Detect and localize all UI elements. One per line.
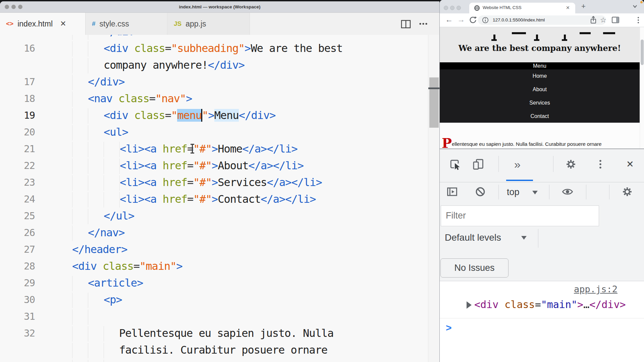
no-issues-button[interactable]: No Issues <box>440 258 508 278</box>
line-number: 31 <box>0 308 35 325</box>
code-token: Contact <box>218 193 261 205</box>
device-toolbar-icon[interactable] <box>472 158 485 171</box>
code-line: 30<p> <box>0 291 428 308</box>
code-text: </div> <box>88 73 125 90</box>
code-token: " <box>202 109 208 122</box>
code-editor[interactable]: 15</div>16<div class="subheading">We are… <box>0 35 428 362</box>
url-text[interactable]: 127.0.0.1:5500/index.html <box>493 17 545 22</box>
code-token: <p> <box>104 293 122 306</box>
inspect-element-icon[interactable] <box>448 158 461 171</box>
editor-scrollbar[interactable] <box>428 35 439 362</box>
page-scrollbar-thumb[interactable] <box>641 40 644 65</box>
console-message-row: app.js:2 <div class="main">…</div> <box>440 281 644 318</box>
forward-icon[interactable]: → <box>457 15 465 24</box>
reload-icon[interactable] <box>469 16 477 24</box>
context-caret-icon <box>532 191 538 194</box>
code-token: </a></li> <box>261 193 316 205</box>
code-token: menu <box>177 109 202 122</box>
bookmark-star-icon[interactable]: ☆ <box>600 16 606 24</box>
devtools-menu-icon[interactable] <box>594 158 607 171</box>
close-traffic-light[interactable] <box>444 6 448 10</box>
code-token: > <box>212 176 218 189</box>
browser-menu-icon[interactable] <box>634 16 642 24</box>
console-filter-input[interactable]: Filter <box>441 205 599 226</box>
code-line: 20<ul> <box>0 124 428 140</box>
code-line: facilisi. Curabitur posuere ornare <box>0 342 428 358</box>
more-actions-icon[interactable] <box>418 18 429 29</box>
line-number: 21 <box>0 140 35 157</box>
site-info-icon[interactable] <box>482 17 489 23</box>
console-sidebar-icon[interactable] <box>446 185 459 198</box>
code-text: <li><a href="#">About</a></li> <box>120 157 304 174</box>
context-selector[interactable]: top <box>507 187 520 197</box>
expand-triangle-icon[interactable] <box>467 301 472 309</box>
close-tab-icon[interactable]: ✕ <box>60 19 66 28</box>
page-nav-link-contact[interactable]: Contact <box>440 110 640 123</box>
code-token: About <box>218 159 248 172</box>
console-log-area[interactable]: app.js:2 <div class="main">…</div> > <box>440 281 644 362</box>
split-editor-icon[interactable] <box>400 19 412 29</box>
indent-guide <box>88 175 88 191</box>
devtools-close-icon[interactable]: ✕ <box>626 159 634 170</box>
console-token: class <box>504 299 535 310</box>
code-token: <div <box>104 109 134 122</box>
log-levels-dropdown[interactable]: Default levels <box>445 232 501 243</box>
console-token: = <box>535 299 541 310</box>
indent-guide <box>88 142 88 157</box>
code-token: "nav" <box>155 92 186 105</box>
code-token: = <box>165 109 171 122</box>
console-message[interactable]: <div class="main">…</div> <box>474 299 626 310</box>
devtools-panel: » ✕ top Filter Default <box>440 148 644 362</box>
text-cursor-pointer <box>192 144 193 153</box>
editor-scrollbar-thumb[interactable] <box>429 77 439 128</box>
page-scrollbar[interactable] <box>640 27 644 148</box>
zoom-traffic-light[interactable] <box>457 6 461 10</box>
tab-index-html[interactable]: <> index.html ✕ <box>0 13 86 35</box>
code-text: <li><a href="#">Home</a></li> <box>120 140 298 157</box>
code-token: = <box>149 92 155 105</box>
code-line: 31 <box>0 308 428 325</box>
console-settings-icon[interactable] <box>621 185 634 198</box>
indent-guide <box>72 35 72 40</box>
code-line: 25</ul> <box>0 207 428 224</box>
code-token: Menu <box>214 109 239 122</box>
side-panel-icon[interactable] <box>611 16 620 24</box>
more-panels-icon[interactable]: » <box>514 158 521 171</box>
clipped-heading-fragment <box>491 39 497 41</box>
back-icon[interactable]: ← <box>445 15 453 24</box>
code-token: <article> <box>88 277 143 289</box>
new-tab-button[interactable]: + <box>581 2 586 11</box>
vscode-titlebar[interactable]: index.html — workspace (Workspace) <box>0 1 439 13</box>
minimize-traffic-light[interactable] <box>450 6 454 10</box>
page-menu-bar[interactable]: Menu <box>440 62 640 69</box>
tab-app-js[interactable]: JS app.js <box>168 13 250 35</box>
indent-guide <box>72 293 72 308</box>
url-bar[interactable]: 127.0.0.1:5500/index.html <box>478 15 606 25</box>
console-prompt-chevron[interactable]: > <box>446 322 452 334</box>
live-expression-eye-icon[interactable] <box>561 185 574 198</box>
clear-console-icon[interactable] <box>474 185 487 198</box>
browser-tab[interactable]: Website HTML CSS ✕ <box>469 3 575 13</box>
tab-search-chevron-icon[interactable] <box>632 3 638 9</box>
code-token: > <box>212 193 218 205</box>
console-source-link[interactable]: app.js:2 <box>574 284 618 294</box>
devtools-settings-icon[interactable] <box>565 158 577 171</box>
line-number: 18 <box>0 90 35 107</box>
indent-guide <box>88 125 88 140</box>
code-token: class <box>134 109 165 122</box>
page-nav-list: HomeAboutServicesContact <box>440 69 640 123</box>
code-token: </div> <box>104 35 141 38</box>
page-nav-link-services[interactable]: Services <box>440 96 640 110</box>
tab-label: index.html <box>17 19 53 28</box>
clipped-heading-fragment <box>512 32 526 34</box>
page-nav-link-home[interactable]: Home <box>440 69 640 83</box>
page-header: We are the best company anywhere! <box>440 27 640 62</box>
indent-guide <box>88 343 88 358</box>
globe-icon <box>474 5 480 11</box>
tab-style-css[interactable]: # style.css <box>86 13 167 35</box>
browser-tab-strip: Website HTML CSS ✕ + <box>440 0 644 13</box>
page-nav-link-about[interactable]: About <box>440 83 640 96</box>
share-icon[interactable] <box>589 15 598 25</box>
close-tab-icon[interactable]: ✕ <box>566 5 570 10</box>
line-number: 25 <box>0 207 35 224</box>
